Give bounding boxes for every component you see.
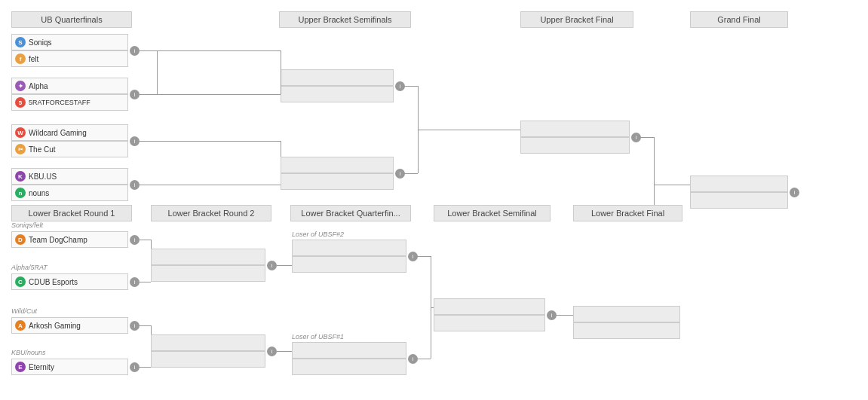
lbqf-slot4 — [292, 359, 406, 375]
5rat-icon: 5 — [15, 97, 26, 108]
ubs-slot-bot1 — [281, 157, 394, 173]
header-lbqf: Lower Bracket Quarterfin... — [290, 205, 411, 221]
info-lbr1-3[interactable]: i — [130, 321, 140, 331]
header-gf: Grand Final — [690, 11, 788, 28]
ubs-slot-top2 — [281, 86, 394, 102]
ubf-slot1 — [520, 121, 630, 137]
team-nouns: n nouns — [11, 185, 128, 201]
label-soniqs-felt: Soniqs/felt — [11, 221, 43, 229]
team-felt: f felt — [11, 50, 128, 67]
felt-icon: f — [15, 53, 26, 64]
lbqf-slot2 — [292, 256, 406, 273]
info-lbr1-2[interactable]: i — [130, 277, 140, 287]
header-lbr1: Lower Bracket Round 1 — [11, 205, 132, 221]
info-match1[interactable]: i — [130, 46, 140, 56]
info-match2[interactable]: i — [130, 90, 140, 99]
header-lbr2: Lower Bracket Round 2 — [151, 205, 271, 221]
lbr2-slot3 — [151, 334, 265, 351]
label-kbu-nouns: KBU/nouns — [11, 349, 46, 356]
gf-slot2 — [690, 192, 788, 209]
wildcard-icon: W — [15, 127, 26, 138]
info-gf[interactable]: i — [790, 188, 799, 197]
header-ubq: UB Quarterfinals — [11, 11, 132, 28]
label-loser-ubsf2: Loser of UBSF#2 — [292, 231, 344, 238]
cdub-icon: C — [15, 276, 26, 287]
header-lbf: Lower Bracket Final — [573, 205, 682, 221]
info-ubs-top[interactable]: i — [395, 81, 405, 91]
lbr2-slot4 — [151, 351, 265, 368]
team-wildcard: W Wildcard Gaming — [11, 124, 128, 141]
team-alpha: ✦ Alpha — [11, 78, 128, 94]
lbf-slot2 — [573, 322, 680, 339]
team-arkosh: A Arkosh Gaming — [11, 317, 128, 334]
team-cdub: C CDUB Esports — [11, 273, 128, 290]
gf-slot1 — [690, 176, 788, 192]
label-loser-ubsf1: Loser of UBSF#1 — [292, 333, 344, 340]
eternity-icon: E — [15, 362, 26, 372]
bracket-container: UB Quarterfinals Upper Bracket Semifinal… — [8, 8, 860, 399]
team-5rat: 5 5RATFORCESTAFF — [11, 94, 128, 111]
arkosh-icon: A — [15, 320, 26, 331]
dogchamp-icon: D — [15, 234, 26, 245]
lbr2-slot2 — [151, 265, 265, 282]
lbr2-slot1 — [151, 249, 265, 265]
ubf-slot2 — [520, 137, 630, 154]
label-alpha-5rat: Alpha/5RAT — [11, 264, 48, 271]
team-soniqs: S Soniqs — [11, 34, 128, 50]
info-match4[interactable]: i — [130, 180, 140, 190]
soniqs-icon: S — [15, 37, 26, 47]
info-ubf[interactable]: i — [631, 133, 641, 142]
thecut-icon: ✂ — [15, 144, 26, 154]
info-ubs-bot[interactable]: i — [395, 169, 405, 179]
team-eternity: E Eternity — [11, 359, 128, 375]
info-lbr2-top[interactable]: i — [267, 261, 277, 270]
team-dogchamp: D Team DogChamp — [11, 231, 128, 248]
info-lbr1-4[interactable]: i — [130, 362, 140, 372]
team-thecut: ✂ The Cut — [11, 141, 128, 157]
lbsf-slot2 — [434, 315, 545, 331]
info-lbsf[interactable]: i — [547, 310, 557, 320]
nouns-icon: n — [15, 188, 26, 198]
ubs-slot-top — [281, 69, 394, 86]
info-lbr1-top[interactable]: i — [130, 235, 140, 245]
label-wild-cut: Wild/Cut — [11, 307, 37, 315]
info-lbqf-bot[interactable]: i — [408, 354, 418, 364]
header-lbsf: Lower Bracket Semifinal — [434, 205, 551, 221]
info-lbqf-top[interactable]: i — [408, 252, 418, 261]
ubs-slot-bot2 — [281, 173, 394, 190]
kbu-icon: K — [15, 171, 26, 182]
lbf-slot1 — [573, 306, 680, 322]
header-ubf: Upper Bracket Final — [520, 11, 633, 28]
lbsf-slot1 — [434, 298, 545, 315]
info-lbr2-bot[interactable]: i — [267, 347, 277, 356]
info-match3[interactable]: i — [130, 136, 140, 146]
alpha-icon: ✦ — [15, 81, 26, 91]
team-kbu: K KBU.US — [11, 168, 128, 185]
header-ubs: Upper Bracket Semifinals — [279, 11, 411, 28]
lbqf-slot3 — [292, 342, 406, 359]
lbqf-slot1 — [292, 240, 406, 256]
